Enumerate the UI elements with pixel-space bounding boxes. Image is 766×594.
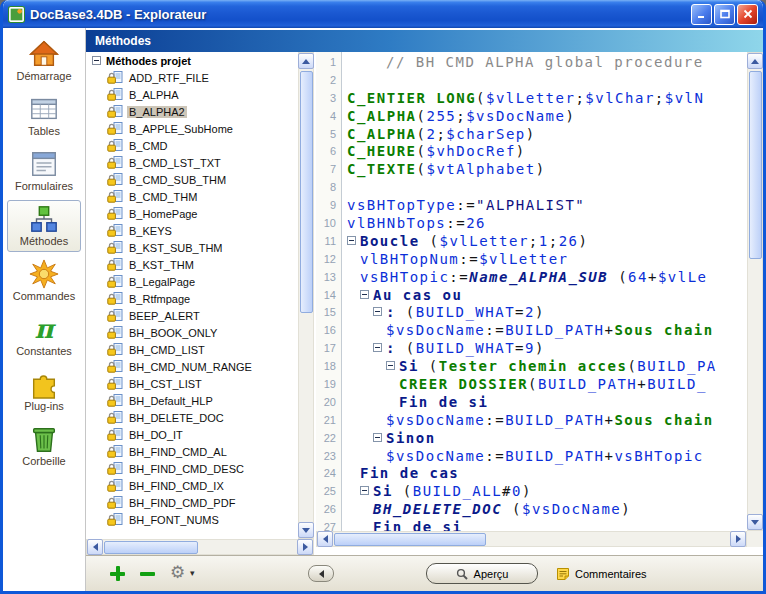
line-number: 20: [316, 394, 341, 412]
line-number: 5: [316, 126, 341, 144]
add-method-button[interactable]: [110, 566, 125, 581]
delete-method-button[interactable]: [140, 566, 155, 581]
sidebar-item-plugins[interactable]: Plug-ins: [7, 365, 81, 417]
table-icon: [28, 94, 60, 124]
tree-item[interactable]: BH_FIND_CMD_PDF: [86, 494, 298, 511]
tree-item[interactable]: BH_FIND_CMD_DESC: [86, 460, 298, 477]
line-number: 19: [316, 376, 341, 394]
close-button[interactable]: [737, 4, 758, 25]
fold-collapse-icon[interactable]: [347, 236, 356, 245]
tree-item[interactable]: B_CMD_THM: [86, 188, 298, 205]
tree-item[interactable]: BH_Default_HLP: [86, 392, 298, 409]
scroll-right-arrow[interactable]: [297, 539, 313, 555]
trash-icon: [28, 424, 60, 454]
tree-item[interactable]: BH_DELETE_DOC: [86, 409, 298, 426]
tree-item[interactable]: B_KST_SUB_THM: [86, 239, 298, 256]
sidebar-item-constantes[interactable]: πConstantes: [7, 310, 81, 362]
tree-item[interactable]: BH_FONT_NUMS: [86, 511, 298, 528]
method-lock-icon: [107, 428, 123, 441]
scrollbar-thumb[interactable]: [749, 71, 762, 259]
collapse-icon[interactable]: [92, 56, 101, 65]
tree-item[interactable]: ADD_RTF_FILE: [86, 69, 298, 86]
code-line: C_TEXTE($vtAlphabet): [343, 161, 747, 179]
tree-item-label: B_CMD: [127, 140, 170, 152]
scroll-down-arrow[interactable]: [298, 522, 314, 538]
sidebar-item-label: Tables: [28, 125, 60, 137]
tree-item[interactable]: B_KEYS: [86, 222, 298, 239]
tree-item[interactable]: B_APPLE_SubHome: [86, 120, 298, 137]
code-line: : (BUILD_WHAT=9): [343, 340, 747, 358]
tree-root-label: Méthodes projet: [106, 55, 191, 67]
line-number: 16: [316, 322, 341, 340]
scrollbar-thumb[interactable]: [334, 533, 486, 546]
tree-item[interactable]: B_LegalPage: [86, 273, 298, 290]
sidebar-item-formulaires[interactable]: Formulaires: [7, 145, 81, 197]
scrollbar-thumb[interactable]: [104, 541, 198, 554]
tree-item[interactable]: B_ALPHA: [86, 86, 298, 103]
sidebar-item-label: Méthodes: [20, 235, 68, 247]
sidebar-item-commandes[interactable]: Commandes: [7, 255, 81, 307]
tree-item-label: B_ALPHA2: [127, 106, 187, 118]
sidebar-item-label: Démarrage: [16, 70, 71, 82]
line-number: 24: [316, 465, 341, 483]
sidebar-item-methodes[interactable]: Méthodes: [7, 200, 81, 252]
tree-item[interactable]: BH_CST_LIST: [86, 375, 298, 392]
tree-item[interactable]: BH_CMD_NUM_RANGE: [86, 358, 298, 375]
fold-collapse-icon[interactable]: [360, 290, 369, 299]
method-tree[interactable]: Méthodes projet ADD_RTF_FILEB_ALPHAB_ALP…: [86, 52, 298, 539]
sidebar-item-demarrage[interactable]: Démarrage: [7, 35, 81, 87]
scroll-down-arrow[interactable]: [747, 514, 763, 530]
line-number: 25: [316, 483, 341, 501]
code-line: [343, 179, 747, 197]
tree-item[interactable]: B_HomePage: [86, 205, 298, 222]
fold-collapse-icon[interactable]: [373, 343, 382, 352]
tree-item[interactable]: BH_FIND_CMD_AL: [86, 443, 298, 460]
tree-item[interactable]: B_Rtfmpage: [86, 290, 298, 307]
collapse-preview-button[interactable]: [308, 565, 334, 582]
sidebar: DémarrageTablesFormulairesMéthodesComman…: [3, 28, 86, 591]
tree-item[interactable]: B_CMD_LST_TXT: [86, 154, 298, 171]
tree-item[interactable]: B_KST_THM: [86, 256, 298, 273]
options-button[interactable]: ⚙: [170, 563, 185, 583]
tree-item[interactable]: B_ALPHA2: [86, 103, 298, 120]
editor-vertical-scrollbar[interactable]: [747, 52, 763, 531]
tree-item[interactable]: BH_DO_IT: [86, 426, 298, 443]
tree-item-label: BH_FIND_CMD_AL: [127, 446, 229, 458]
tree-root[interactable]: Méthodes projet: [86, 52, 298, 69]
minimize-button[interactable]: [691, 4, 712, 25]
tree-vertical-scrollbar[interactable]: [298, 52, 314, 539]
note-icon: [556, 567, 570, 581]
fold-collapse-icon[interactable]: [373, 307, 382, 316]
method-lock-icon: [107, 292, 123, 305]
scroll-left-arrow[interactable]: [317, 531, 333, 547]
tree-item[interactable]: BH_FIND_CMD_IX: [86, 477, 298, 494]
tree-item[interactable]: BEEP_ALERT: [86, 307, 298, 324]
sidebar-item-label: Constantes: [16, 345, 72, 357]
tree-item[interactable]: B_CMD_SUB_THM: [86, 171, 298, 188]
tree-item[interactable]: B_CMD: [86, 137, 298, 154]
fold-collapse-icon[interactable]: [386, 361, 395, 370]
scroll-right-arrow[interactable]: [730, 531, 746, 547]
tree-item[interactable]: BH_BOOK_ONLY: [86, 324, 298, 341]
line-number: 22: [316, 430, 341, 448]
sidebar-item-tables[interactable]: Tables: [7, 90, 81, 142]
line-number: 4: [316, 108, 341, 126]
comments-button[interactable]: Commentaires: [556, 565, 647, 583]
chevron-down-icon[interactable]: ▾: [190, 568, 195, 578]
scroll-up-arrow[interactable]: [747, 53, 763, 69]
editor-horizontal-scrollbar[interactable]: [316, 531, 747, 547]
code-area[interactable]: // BH CMD ALPHA global procedureC_ENTIER…: [343, 52, 747, 531]
tree-item[interactable]: BH_CMD_LIST: [86, 341, 298, 358]
maximize-button[interactable]: [714, 4, 735, 25]
preview-button[interactable]: Aperçu: [426, 563, 538, 584]
scrollbar-thumb[interactable]: [300, 71, 313, 313]
window-title: DocBase3.4DB - Explorateur: [30, 7, 689, 22]
scroll-left-arrow[interactable]: [87, 539, 103, 555]
code-editor[interactable]: 1234567891011121314151617181920212223242…: [316, 52, 763, 547]
scroll-up-arrow[interactable]: [298, 53, 314, 69]
sidebar-item-corbeille[interactable]: Corbeille: [7, 420, 81, 472]
tree-horizontal-scrollbar[interactable]: [86, 539, 314, 555]
fold-collapse-icon[interactable]: [373, 433, 382, 442]
titlebar[interactable]: DocBase3.4DB - Explorateur: [3, 0, 763, 28]
fold-collapse-icon[interactable]: [360, 486, 369, 495]
